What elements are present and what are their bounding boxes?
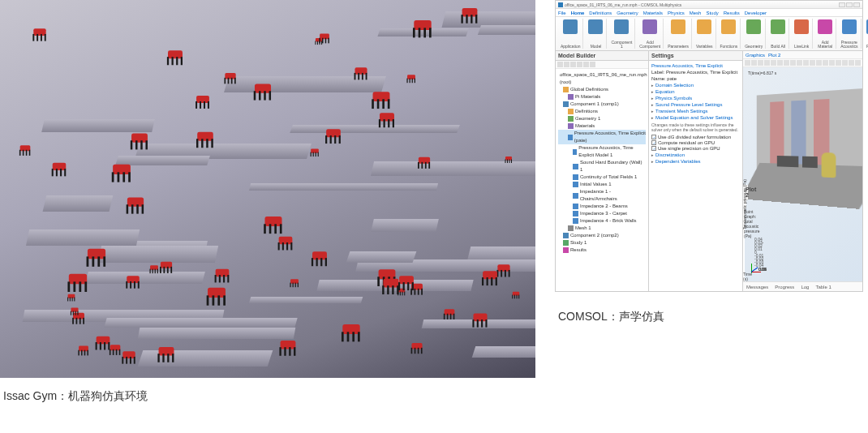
menu-physics[interactable]: Physics [668,11,685,15]
isaac-caption: Issac Gym：机器狗仿真环境 [0,389,535,404]
tree-item[interactable]: Pressure Acoustics, Time Explicit Model … [558,144,646,159]
plot-pane: Plot 2 Point Graph: Total acoustic press… [743,184,745,281]
workspace: Model Builder office_space_01_IRTS_06_me… [556,51,862,291]
menu-mesh[interactable]: Mesh [690,11,702,15]
graphics-toolbar[interactable] [743,59,862,67]
bottom-tab[interactable]: Messages [746,285,768,289]
graphics-stack: GraphicsPlot 2 T(time)=6.817 s [743,51,862,291]
plot-xlabel: Time (s) [743,272,745,281]
tree-root[interactable]: office_space_01_IRTS_06_me_run.mph (root… [558,71,646,86]
graphics-overlay: T(time)=6.817 s [748,71,776,75]
model-builder-toolbar[interactable] [556,61,648,69]
ribbon-functions[interactable]: Functions [718,19,741,49]
settings-checkbox[interactable]: ✓Compute residual on GPU [651,140,740,145]
settings-checkbox[interactable]: ✓Use dG divided solver formulation [651,135,740,139]
graphics-tab[interactable]: Graphics [746,53,765,58]
bottom-tab[interactable]: Log [801,285,809,289]
name-row: Name: pate [651,76,740,81]
label-row: Label: Pressure Acoustics, Time Explicit [651,70,740,75]
menubar[interactable]: FileHomeDefinitionsGeometryMaterialsPhys… [556,9,862,17]
ribbon-geometry[interactable]: Geometry [742,19,766,49]
tree-item[interactable]: Global Definitions [558,86,646,93]
ribbon-physics[interactable]: Physics [863,19,868,49]
comsol-caption: COMSOL：声学仿真 [555,310,863,324]
model-builder-pane: Model Builder office_space_01_IRTS_06_me… [556,51,649,291]
menu-definitions[interactable]: Definitions [589,11,612,15]
model-builder-header: Model Builder [556,51,648,61]
ribbon-variables[interactable]: Variables [694,19,715,49]
menu-geometry[interactable]: Geometry [617,11,638,15]
titlebar: office_space_01_IRTS_06_me_run.mph - COM… [556,1,862,9]
ribbon-livelink[interactable]: LiveLink [791,19,813,49]
ribbon-pressure-acoustics[interactable]: Pressure Acoustics [838,19,861,49]
tree-item[interactable]: Continuity of Total Fields 1 [558,174,646,181]
menu-study[interactable]: Study [706,11,718,15]
bottom-tab[interactable]: Progress [775,285,794,289]
tree-item[interactable]: Pressure Acoustics, Time Explicit (pate) [558,130,646,144]
menu-file[interactable]: File [558,11,566,15]
isaac-gym-screenshot [0,0,535,378]
settings-link[interactable]: Physics Symbols [651,96,740,101]
settings-link[interactable]: Sound Pressure Level Settings [651,102,740,107]
menu-home[interactable]: Home [571,11,585,15]
ribbon-application[interactable]: Application [558,19,583,49]
settings-info: Changes made to these settings influence… [651,122,740,132]
tree-item[interactable]: Impedance 4 - Brick Walls [558,217,646,225]
tree-item[interactable]: Study 1 [558,239,646,247]
menu-materials[interactable]: Materials [643,11,663,15]
model-tree[interactable]: office_space_01_IRTS_06_me_run.mph (root… [556,69,648,256]
isaac-gym-panel: Issac Gym：机器狗仿真环境 [0,0,535,433]
graphics-tabs[interactable]: GraphicsPlot 2 [743,51,862,59]
plot-ylabel: Total acoustic pressure (Pa) [742,179,747,229]
tree-item[interactable]: Initial Values 1 [558,181,646,188]
settings-pane: Settings Pressure Acoustics, Time Explic… [649,51,743,291]
comsol-panel: office_space_01_IRTS_06_me_run.mph - COM… [555,0,863,433]
ribbon-parameters[interactable]: Parameters [665,19,692,49]
settings-link[interactable]: Transient Mesh Settings [651,109,740,114]
ribbon-build-all[interactable]: Build All [767,19,789,49]
settings-body: Pressure Acoustics, Time Explicit Label:… [649,61,742,168]
tree-item[interactable]: Sound Hard Boundary (Wall) 1 [558,159,646,174]
tree-item[interactable]: Impedance 2 - Beams [558,203,646,210]
tree-item[interactable]: Pi Materials [558,93,646,101]
settings-header: Settings [649,51,742,61]
tree-item[interactable]: Definitions [558,108,646,115]
app-icon [558,2,563,7]
ribbon-add-component[interactable]: Add Component [637,19,664,49]
tree-item[interactable]: Mesh 1 [558,225,646,232]
ribbon-add-material[interactable]: Add Material [814,19,836,49]
settings-link[interactable]: Equation [651,89,740,94]
settings-subtitle: Pressure Acoustics, Time Explicit [651,63,740,68]
tree-item[interactable]: Geometry 1 [558,115,646,122]
terrain [0,0,535,378]
bottom-tab[interactable]: Table 1 [815,285,831,289]
room-render [750,69,862,212]
settings-checkbox[interactable]: ✓Use single precision on GPU [651,146,740,151]
window-title: office_space_01_IRTS_06_me_run.mph - COM… [565,2,681,7]
tree-item[interactable]: Results [558,247,646,254]
ribbon[interactable]: ApplicationModelComponent 1Add Component… [556,17,862,51]
graphics-tab[interactable]: Plot 2 [768,53,780,58]
bottom-tabs[interactable]: MessagesProgressLogTable 1 [743,281,862,291]
ribbon-model[interactable]: Model [585,19,607,49]
settings-link[interactable]: Discretization [651,152,740,157]
settings-link[interactable]: Domain Selection [651,83,740,88]
tree-item[interactable]: Impedance 3 - Carpet [558,210,646,217]
settings-link[interactable]: Dependent Variables [651,159,740,164]
ribbon-component-1[interactable]: Component 1 [608,19,635,49]
menu-results[interactable]: Results [724,11,740,15]
window-controls[interactable] [839,2,860,7]
comsol-window: office_space_01_IRTS_06_me_run.mph - COM… [555,0,863,292]
tree-item[interactable]: Component 1 (comp1) [558,101,646,108]
plot-area[interactable] [763,242,763,243]
y-tick: 0.04 [754,237,763,242]
menu-developer[interactable]: Developer [745,11,767,15]
x-tick: 0.06 [758,267,767,272]
settings-link[interactable]: Model Equation and Solver Settings [651,115,740,120]
tree-item[interactable]: Materials [558,122,646,130]
tree-item[interactable]: Impedance 1 - Chairs/Armchairs [558,188,646,203]
tree-item[interactable]: Component 2 (comp2) [558,232,646,239]
